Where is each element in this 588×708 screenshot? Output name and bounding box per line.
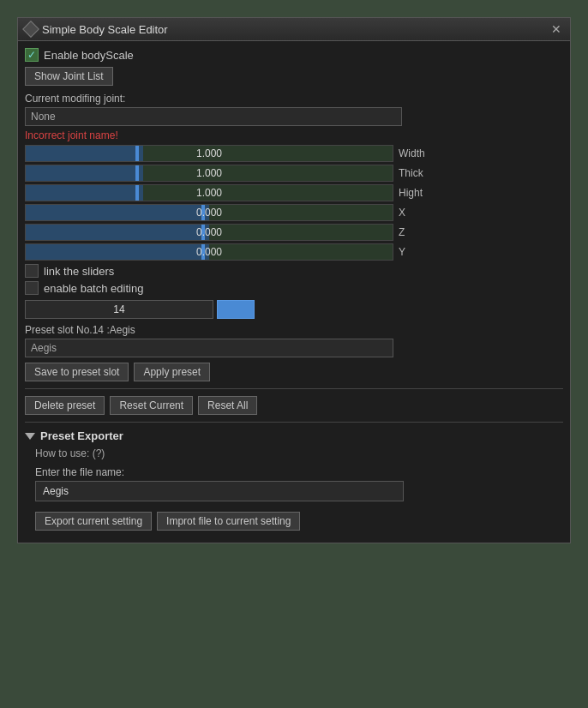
slider-thick-label: Thick [399,167,433,179]
exporter-header: Preset Exporter [25,429,563,442]
batch-editing-row: enable batch editing [25,281,563,295]
enable-bodyscale-label: Enable bodyScale [44,49,134,62]
enable-bodyscale-row: ✓ Enable bodyScale [25,48,563,62]
apply-preset-button[interactable]: Apply preset [134,363,210,381]
preset-field[interactable]: Aegis [25,339,393,357]
reset-all-button[interactable]: Reset All [198,396,257,415]
export-button[interactable]: Export current setting [35,512,152,531]
window-title: Simple Body Scale Editor [42,23,168,36]
slider-y[interactable]: 0.000 [25,243,393,261]
sliders-container: 1.000 Width 1.000 Thick 1.000 [25,145,563,261]
current-joint-label: Current modifing joint: [25,93,563,105]
slider-y-value: 0.000 [26,244,393,260]
exporter-title: Preset Exporter [40,429,123,442]
exporter-content: How to use: (?) Enter the file name: Exp… [25,447,563,531]
save-preset-button[interactable]: Save to preset slot [25,363,129,381]
slider-z-label: Z [399,226,433,238]
slider-x-value: 0.000 [26,205,393,220]
slider-x-label: X [399,207,433,219]
slider-x[interactable]: 0.000 [25,204,393,221]
slider-hight-value: 1.000 [26,185,393,201]
import-button[interactable]: Improt file to current setting [157,512,300,531]
slider-z[interactable]: 0.000 [25,224,393,241]
title-bar-left: Simple Body Scale Editor [25,23,168,36]
slider-hight[interactable]: 1.000 [25,184,393,201]
preset-color-block [217,300,255,319]
slider-width-label: Width [399,147,433,159]
preset-slot-label: Preset slot No.14 :Aegis [25,324,563,336]
close-button[interactable]: ✕ [549,22,563,36]
slider-width[interactable]: 1.000 [25,145,393,162]
error-message: Incorrect joint name! [25,129,563,141]
slider-row-x: 0.000 X [25,204,563,221]
slider-z-value: 0.000 [26,225,393,240]
title-bar: Simple Body Scale Editor ✕ [18,18,570,41]
title-icon [22,21,39,38]
divider-2 [25,422,563,423]
file-name-input[interactable] [35,481,404,501]
slider-thick[interactable]: 1.000 [25,165,393,182]
checkmark-icon: ✓ [27,50,36,60]
link-sliders-label: link the sliders [44,265,114,278]
preset-exporter-section: Preset Exporter How to use: (?) Enter th… [25,429,563,531]
export-import-row: Export current setting Improt file to cu… [35,512,563,531]
reset-current-button[interactable]: Reset Current [110,396,193,415]
current-joint-field[interactable]: None [25,107,402,126]
preset-number-box[interactable]: 14 [25,300,213,319]
slider-row-thick: 1.000 Thick [25,165,563,182]
save-apply-row: Save to preset slot Apply preset [25,363,563,381]
how-to-label: How to use: (?) [35,447,563,459]
slider-y-label: Y [399,246,433,258]
delete-reset-row: Delete preset Reset Current Reset All [25,396,563,415]
batch-editing-checkbox[interactable] [25,281,39,295]
divider-1 [25,388,563,389]
slider-hight-label: Hight [399,187,433,199]
batch-editing-label: enable batch editing [44,282,143,295]
link-sliders-checkbox[interactable] [25,264,39,278]
enable-bodyscale-checkbox[interactable]: ✓ [25,48,39,62]
slider-row-hight: 1.000 Hight [25,184,563,201]
window-content: ✓ Enable bodyScale Show Joint List Curre… [18,41,570,543]
show-joint-list-button[interactable]: Show Joint List [25,67,113,86]
collapse-icon [25,433,35,440]
slider-row-y: 0.000 Y [25,243,563,261]
preset-number-row: 14 [25,300,563,319]
slider-row-width: 1.000 Width [25,145,563,162]
preset-number-value: 14 [113,303,124,315]
delete-preset-button[interactable]: Delete preset [25,396,105,415]
slider-thick-value: 1.000 [26,165,393,181]
slider-width-value: 1.000 [26,146,393,161]
main-window: Simple Body Scale Editor ✕ ✓ Enable body… [17,17,571,543]
file-name-label: Enter the file name: [35,466,563,478]
slider-row-z: 0.000 Z [25,224,563,241]
link-sliders-row: link the sliders [25,264,563,278]
